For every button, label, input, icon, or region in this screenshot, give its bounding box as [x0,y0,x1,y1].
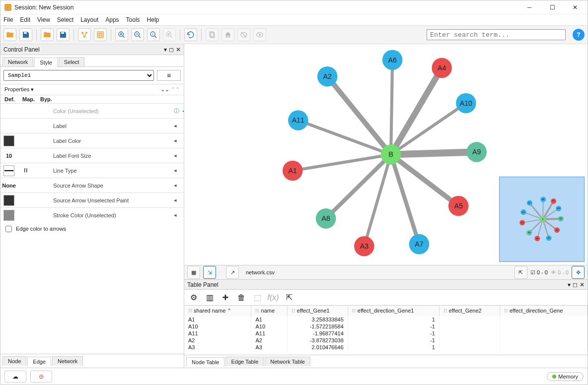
tab-network[interactable]: Network [2,57,33,66]
table-close-icon[interactable]: ✕ [580,281,585,288]
open-file-button[interactable] [41,28,54,41]
svg-text:A2: A2 [323,72,332,80]
stop-button[interactable]: ⊝ [30,371,52,383]
property-row[interactable]: NoneSource Arrow Shape◂ [0,178,184,193]
menu-file[interactable]: File [3,16,13,23]
select-mode-icon[interactable]: ⬚ [252,292,263,303]
add-column-icon[interactable]: + [220,292,231,303]
menu-view[interactable]: View [37,16,50,23]
show-button[interactable] [253,28,266,41]
minimize-button[interactable]: ─ [521,2,538,13]
menu-edit[interactable]: Edit [20,16,30,23]
search-input[interactable] [427,29,566,40]
svg-text:A2: A2 [528,202,531,204]
help-button[interactable]: ? [573,29,585,41]
refresh-button[interactable] [184,28,197,41]
columns-icon[interactable]: ▥ [204,292,215,303]
bottom-tab-node[interactable]: Node [2,356,26,366]
table-row[interactable]: A10A10-1.572218584-1 [184,323,588,330]
table-row[interactable]: A11A11-1.96877414-1 [184,330,588,337]
tab-select[interactable]: Select [59,57,85,66]
zoom-in-button[interactable] [115,28,128,41]
property-row[interactable]: Color (Unselected)ⓘ◂ [0,104,184,119]
import-table-button[interactable] [94,28,107,41]
cloud-button[interactable]: ☁ [4,371,26,383]
table-row[interactable]: A2A2-3.878273038-1 [184,337,588,344]
import-network-button[interactable] [78,28,91,41]
property-row[interactable]: 10Label Font Size◂ [0,148,184,163]
menu-help[interactable]: Help [147,16,159,23]
home-button[interactable] [221,28,234,41]
share-button[interactable]: ⇲ [203,266,216,279]
zoom-selected-button[interactable] [163,28,176,41]
tab-style[interactable]: Style [34,58,57,67]
table-row[interactable]: A3A32.0104766461 [184,344,588,351]
menu-select[interactable]: Select [57,16,74,23]
table-tab[interactable]: Network Table [265,357,310,366]
property-row[interactable]: Label◂ [0,119,184,133]
float-icon[interactable]: ◻ [169,46,174,53]
detach-button[interactable]: ↗ [226,266,239,279]
hide-button[interactable] [237,28,250,41]
svg-text:A6: A6 [542,198,544,200]
table-panel-header: Table Panel ▾ ◻ ✕ [184,280,588,290]
zoom-fit-button[interactable]: 1 [147,28,160,41]
svg-text:A10: A10 [557,207,560,209]
table-dropdown-icon[interactable]: ▾ [568,281,571,288]
edge-color-checkbox[interactable] [5,226,12,232]
memory-button[interactable]: Memory [547,372,584,381]
network-view[interactable]: BA6A4A2A10A11A9A1A5A8A7A3 BA6A4A2A10A11A… [184,44,588,265]
style-bottom-tabs: NodeEdgeNetwork [0,354,184,368]
gear-icon[interactable]: ⚙ [188,292,199,303]
property-row[interactable]: Label Color◂ [0,133,184,148]
open-session-button[interactable] [3,28,16,41]
style-options-button[interactable]: ≡ [157,70,181,81]
export-table-icon[interactable]: ⇱ [284,292,294,303]
close-button[interactable]: ✕ [567,2,584,13]
delete-column-icon[interactable]: 🗑 [236,292,247,303]
zoom-out-button[interactable] [131,28,144,41]
collapse-up-icon[interactable]: ⌃⌃ [171,86,180,92]
svg-line-49 [543,199,543,219]
property-row[interactable]: ⁞⁞Line Type◂ [0,163,184,178]
menu-layout[interactable]: Layout [80,16,98,23]
export-button[interactable] [206,28,219,41]
table-tabs: Node TableEdge TableNetwork Table [184,355,588,368]
style-selector[interactable]: Sample1 [3,70,154,81]
svg-text:A3: A3 [536,238,538,240]
fit-content-button[interactable]: ✥ [572,266,585,279]
table-row[interactable]: A1A13.2583338451 [184,316,588,323]
function-icon[interactable]: f(x) [268,292,279,303]
close-panel-icon[interactable]: ✕ [176,46,181,53]
dropdown-icon[interactable]: ▾ [164,46,167,53]
table-tab[interactable]: Edge Table [225,357,264,366]
menu-tools[interactable]: Tools [126,16,140,23]
column-header[interactable]: ⁝⁝ effect_Gene2 [439,306,500,316]
svg-line-14 [391,60,392,155]
column-header[interactable]: ⁝⁝ effect_Gene1 [287,306,348,316]
column-header[interactable]: ⁝⁝ name [251,306,287,316]
selection-count: ☑ 0 - 0 [530,269,548,276]
svg-text:A1: A1 [289,167,297,175]
bottom-tab-edge[interactable]: Edge [27,357,51,366]
window-title: Session: New Session [14,4,74,11]
save-session-button[interactable] [19,28,32,41]
grid-view-button[interactable]: ▦ [187,266,200,279]
column-header[interactable]: ⁝⁝ effect_direction_Gene [500,306,587,316]
table-float-icon[interactable]: ◻ [573,281,578,288]
overview-panel[interactable]: BA6A4A2A10A11A9A1A5A8A7A3 [499,177,585,262]
export-network-button[interactable]: ⇱ [514,266,527,279]
table-tab[interactable]: Node Table [186,357,224,367]
column-header[interactable]: ⁝⁝ shared name ⌃ [184,306,251,316]
property-row[interactable]: Source Arrow Unselected Paint◂ [0,193,184,208]
properties-label: Properties [4,86,29,92]
column-header[interactable]: ⁝⁝ effect_direction_Gene1 [348,306,439,316]
menu-apps[interactable]: Apps [105,16,119,23]
save-file-button[interactable] [57,28,70,41]
titlebar: Session: New Session ─ ☐ ✕ [0,0,588,14]
maximize-button[interactable]: ☐ [544,2,561,13]
expand-down-icon[interactable]: ⌄⌄ [160,86,169,92]
property-row[interactable]: Stroke Color (Unselected)◂ [0,208,184,222]
data-table[interactable]: ⁝⁝ shared name ⌃⁝⁝ name⁝⁝ effect_Gene1⁝⁝… [184,306,588,351]
bottom-tab-network[interactable]: Network [52,356,83,366]
